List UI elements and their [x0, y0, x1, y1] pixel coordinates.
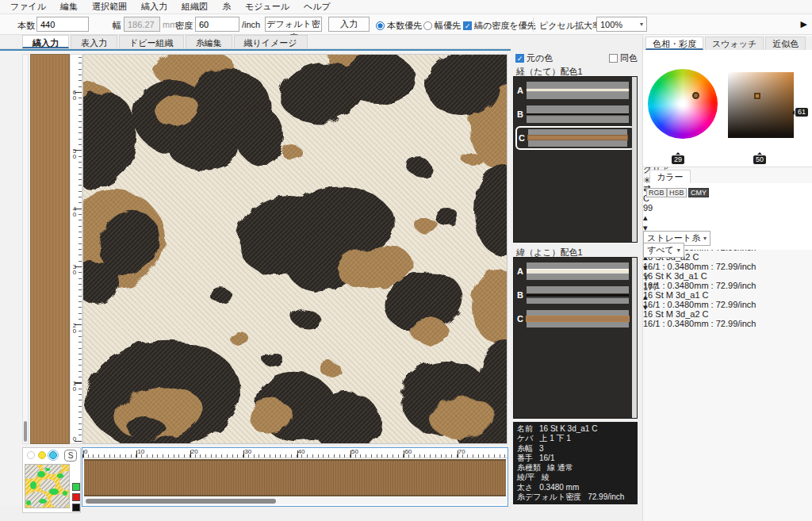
- stripe-row-C[interactable]: C: [515, 308, 635, 329]
- stripe-row-B[interactable]: B: [515, 285, 635, 305]
- menu-モジュール[interactable]: モジュール: [238, 0, 297, 14]
- stripe-sample-B[interactable]: [527, 105, 629, 123]
- menu-組織図[interactable]: 組織図: [174, 0, 215, 14]
- tab-糸編集[interactable]: 糸編集: [186, 35, 232, 48]
- info-row-太さ: 太さ0.3480 mm: [517, 483, 634, 492]
- thread-line: [527, 113, 629, 115]
- divider: [643, 167, 812, 167]
- v-ruler-label-30: 30: [71, 264, 78, 275]
- stripe-sample-A[interactable]: [527, 262, 629, 280]
- legend-black-swatch[interactable]: [72, 504, 80, 511]
- checkbox-icon: ✓: [463, 21, 472, 30]
- width-input: [124, 17, 160, 32]
- color-wheel[interactable]: [648, 69, 718, 139]
- h-ruler-label-10: 10: [137, 448, 144, 455]
- tab-織りイメージ[interactable]: 織りイメージ: [234, 35, 308, 48]
- square-marker[interactable]: [754, 93, 760, 99]
- pixel-zoom-select[interactable]: 100%▾: [596, 17, 647, 32]
- fabric-preview-canvas[interactable]: [82, 54, 508, 444]
- thread-line: [527, 316, 629, 321]
- saturation-square[interactable]: [728, 72, 794, 138]
- info-row-綾/平: 綾/平綾: [517, 473, 634, 482]
- info-value: 綾: [542, 473, 550, 482]
- density-unit: /inch: [242, 20, 260, 29]
- color-tab-近似色[interactable]: 近似色: [765, 36, 806, 50]
- expand-arrow-icon[interactable]: ▶: [801, 19, 807, 29]
- warp-stripe-bar[interactable]: [30, 54, 70, 444]
- main-tab-bar: 縞入力表入力ドビー組織糸編集織りイメージ: [0, 35, 511, 49]
- chevron-down-icon: ▾: [703, 235, 707, 242]
- panel-scrollbar[interactable]: [632, 77, 637, 242]
- v-ruler-label-20: 20: [71, 323, 78, 334]
- wheel-marker[interactable]: [692, 92, 699, 99]
- pattern-thumbnail[interactable]: [25, 464, 70, 508]
- tab-縞入力[interactable]: 縞入力: [22, 35, 69, 48]
- stripe-row-A[interactable]: A: [515, 80, 635, 101]
- menu-ヘルプ[interactable]: ヘルプ: [297, 0, 338, 14]
- info-label: ケバ: [517, 434, 533, 443]
- width-priority-radio[interactable]: 幅優先: [423, 20, 461, 32]
- count-input[interactable]: [36, 17, 89, 32]
- slider-spinner-Y[interactable]: ▴▾: [643, 292, 812, 312]
- panel-scrollbar[interactable]: [632, 258, 637, 418]
- count-priority-radio[interactable]: 本数優先: [376, 20, 422, 32]
- horizontal-scrollbar[interactable]: [84, 498, 506, 504]
- color-tab-色相・彩度[interactable]: 色相・彩度: [645, 36, 703, 50]
- original-color-checkbox[interactable]: ✓元の色: [515, 52, 553, 64]
- stripe-row-C[interactable]: C: [515, 126, 635, 150]
- menu-編集[interactable]: 編集: [53, 0, 85, 14]
- stripe-sample-A[interactable]: [527, 82, 629, 99]
- thread-line: [527, 270, 629, 273]
- color-thread-pane: 色相・彩度スウォッチ近似色 29 61 50 カラー RGB HSB CMY ⇄…: [642, 35, 812, 521]
- slider-value-Y[interactable]: 177: [643, 282, 812, 292]
- h-ruler-label-0: 0: [84, 448, 87, 455]
- color-tab-bar: 色相・彩度スウォッチ近似色: [643, 36, 812, 50]
- tab-ドビー組織[interactable]: ドビー組織: [119, 35, 184, 48]
- density-input[interactable]: [195, 17, 239, 32]
- stripe-density-checkbox[interactable]: ✓縞の密度を優先: [463, 20, 536, 32]
- tab-表入力[interactable]: 表入力: [71, 35, 117, 48]
- menu-ファイル[interactable]: ファイル: [3, 0, 53, 14]
- legend-red-swatch[interactable]: [72, 493, 80, 501]
- scrollbar-thumb[interactable]: [24, 421, 27, 442]
- stripe-sample-C[interactable]: [527, 310, 629, 328]
- legend-green-swatch[interactable]: [72, 483, 80, 491]
- count-filter-select[interactable]: すべて▾: [643, 243, 684, 258]
- default-density-button[interactable]: デフォルト密度: [265, 17, 322, 32]
- chevron-down-icon: ▾: [640, 21, 643, 28]
- info-row-糸デフォルト密度: 糸デフォルト密度72.99/inch: [517, 492, 634, 502]
- menu-縞入力[interactable]: 縞入力: [134, 0, 174, 14]
- stripe-sample-B[interactable]: [527, 286, 629, 304]
- mode-rgb-button[interactable]: RGB: [646, 188, 667, 197]
- info-row-番手: 番手16/1: [517, 454, 634, 463]
- weft-stripe-bar[interactable]: [84, 459, 506, 496]
- pixel-zoom-label: ピクセル拡大率: [539, 20, 601, 32]
- mode-hsb-button[interactable]: HSB: [667, 188, 687, 197]
- stripe-row-A[interactable]: A: [515, 261, 635, 282]
- info-value: 0.3480 mm: [539, 483, 579, 492]
- chevron-down-icon: ▾: [677, 247, 680, 254]
- stripe-sample-C[interactable]: [528, 129, 627, 147]
- h-ruler-label-50: 50: [351, 448, 358, 455]
- stripe-row-B[interactable]: B: [515, 104, 635, 125]
- s-toggle-button[interactable]: S: [64, 450, 77, 462]
- vertical-scrollbar[interactable]: [22, 54, 29, 444]
- pattern-editor-pane: 6050403020100: [0, 49, 511, 506]
- info-value: 16/1: [539, 454, 554, 463]
- scrollbar-thumb[interactable]: [86, 499, 276, 504]
- menu-糸[interactable]: 糸: [215, 0, 238, 14]
- color-dot-cyan[interactable]: [49, 451, 57, 459]
- checkbox-icon: ✓: [515, 54, 524, 63]
- color-tab-スウォッチ[interactable]: スウォッチ: [705, 36, 764, 50]
- brightness-value-tag: 61: [795, 108, 808, 117]
- same-color-checkbox[interactable]: 同色: [609, 52, 638, 64]
- color-dot-yellow[interactable]: [38, 451, 46, 459]
- info-value: 線 通常: [547, 463, 573, 473]
- toolbar-divider: [533, 17, 534, 32]
- color-dot-white[interactable]: [27, 451, 35, 459]
- input-button[interactable]: 入力: [328, 17, 370, 32]
- menu-選択範囲[interactable]: 選択範囲: [85, 0, 134, 14]
- mode-cmy-button[interactable]: CMY: [688, 188, 709, 197]
- weft-strip-editor: 010203040506070: [82, 447, 508, 507]
- saturation-value-tag: 50: [753, 155, 766, 164]
